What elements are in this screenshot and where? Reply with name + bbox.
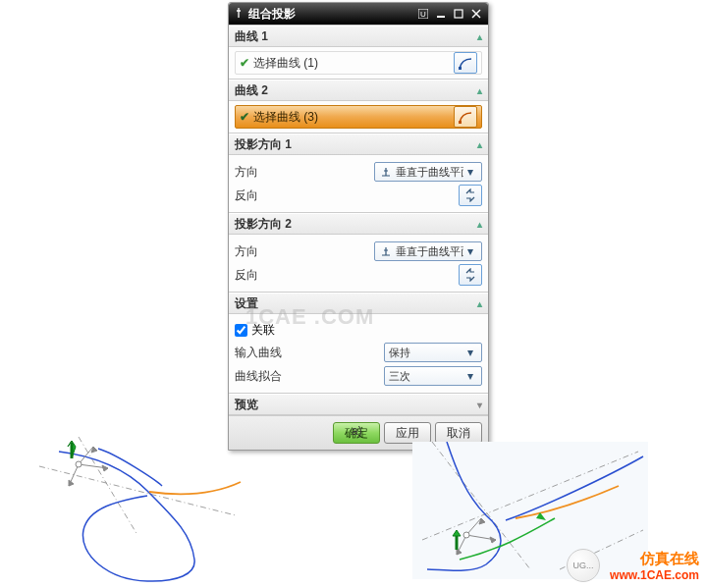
page-watermark: UG... 仿真在线 www.1CAE.com: [567, 549, 699, 582]
select-curve1-row[interactable]: ✔ 选择曲线 (1): [235, 51, 482, 75]
curve-picker-icon[interactable]: [454, 52, 477, 74]
chevron-down-icon: ▾: [463, 346, 477, 359]
chevron-down-icon: ▾: [463, 369, 477, 383]
expand-icon: ▴: [477, 139, 482, 150]
figure-a-label: a): [352, 424, 362, 438]
svg-rect-3: [455, 10, 462, 18]
direction2-combo[interactable]: 垂直于曲线平面 ▾: [374, 241, 482, 261]
combined-projection-dialog: 组合投影 U 曲线 1 ▴ ✔ 选择曲线 (1): [228, 2, 489, 451]
section-settings-title: 设置: [235, 295, 258, 312]
expand-icon: ▴: [477, 85, 482, 96]
watermark-logo-icon: UG...: [567, 549, 600, 582]
svg-rect-7: [459, 121, 462, 124]
reverse1-button[interactable]: [459, 185, 482, 206]
pin-icon[interactable]: [233, 7, 245, 22]
minimize-button[interactable]: [433, 7, 449, 21]
perpendicular-icon: [379, 166, 393, 178]
reverse2-row: 反向: [235, 264, 482, 286]
section-preview-header[interactable]: 预览 ▾: [229, 394, 488, 415]
svg-rect-6: [459, 67, 462, 70]
svg-point-10: [76, 461, 82, 467]
maximize-button[interactable]: [451, 7, 466, 21]
assoc-label: 关联: [251, 322, 275, 339]
assoc-row: 关联: [235, 320, 482, 340]
section-curve1-header[interactable]: 曲线 1 ▴: [229, 26, 488, 47]
input-curve-combo[interactable]: 保持 ▾: [384, 343, 482, 362]
perpendicular-icon: [379, 245, 393, 257]
watermark-line2: www.1CAE.com: [610, 568, 699, 582]
section-settings-header[interactable]: 设置 ▴: [229, 293, 488, 314]
direction1-combo[interactable]: 垂直于曲线平面 ▾: [374, 162, 482, 182]
section-curve1-body: ✔ 选择曲线 (1): [229, 47, 488, 80]
reverse1-row: 反向: [235, 185, 482, 206]
section-curve2-body: ✔ 选择曲线 (3): [229, 101, 488, 134]
curve-fit-value: 三次: [389, 369, 463, 384]
section-projdir1-title: 投影方向 1: [235, 136, 292, 153]
window-title: 组合投影: [248, 6, 413, 23]
section-curve2-title: 曲线 2: [235, 82, 268, 99]
watermark-line1: 仿真在线: [610, 550, 699, 568]
section-projdir2-header[interactable]: 投影方向 2 ▴: [229, 213, 488, 235]
svg-line-8: [39, 466, 236, 515]
section-projdir2-title: 投影方向 2: [235, 216, 292, 233]
section-projdir1-body: 方向 垂直于曲线平面 ▾ 反向: [229, 155, 488, 213]
assoc-checkbox[interactable]: [235, 324, 247, 337]
curve-fit-label: 曲线拟合: [235, 368, 384, 385]
expand-icon: ▾: [477, 400, 482, 410]
section-projdir1-header[interactable]: 投影方向 1 ▴: [229, 134, 488, 155]
expand-icon: ▴: [477, 219, 482, 230]
direction1-label: 方向: [235, 164, 374, 181]
titlebar[interactable]: 组合投影 U: [229, 3, 488, 25]
curve-fit-combo[interactable]: 三次 ▾: [384, 366, 482, 386]
left-sketch-illustration: [39, 437, 334, 584]
reverse2-label: 反向: [235, 267, 459, 284]
input-curve-value: 保持: [389, 346, 463, 360]
check-icon: ✔: [240, 56, 249, 70]
direction2-value: 垂直于曲线平面: [396, 244, 463, 259]
svg-point-16: [463, 532, 469, 538]
select-curve1-label: 选择曲线 (1): [253, 55, 454, 72]
check-icon: ✔: [240, 110, 249, 124]
section-settings-body: 关联 输入曲线 保持 ▾ 曲线拟合 三次 ▾: [229, 314, 488, 394]
curve-picker-icon[interactable]: [454, 106, 477, 128]
direction1-value: 垂直于曲线平面: [396, 165, 463, 180]
direction2-label: 方向: [235, 243, 374, 260]
dialog-body: 曲线 1 ▴ ✔ 选择曲线 (1) 曲线 2 ▴ ✔ 选择曲线 (3): [229, 25, 488, 450]
close-button[interactable]: [468, 7, 484, 21]
expand-icon: ▴: [477, 298, 482, 309]
section-curve2-header[interactable]: 曲线 2 ▴: [229, 80, 488, 101]
input-curve-label: 输入曲线: [235, 345, 384, 361]
input-curve-row: 输入曲线 保持 ▾: [235, 342, 482, 363]
direction1-row: 方向 垂直于曲线平面 ▾: [235, 161, 482, 183]
chevron-down-icon: ▾: [463, 244, 477, 258]
svg-text:U: U: [420, 10, 426, 19]
section-curve1-title: 曲线 1: [235, 28, 268, 45]
section-preview-title: 预览: [235, 397, 258, 413]
select-curve2-row[interactable]: ✔ 选择曲线 (3): [235, 105, 482, 129]
select-curve2-label: 选择曲线 (3): [253, 109, 454, 126]
reverse1-label: 反向: [235, 187, 459, 204]
help-icon[interactable]: U: [415, 7, 431, 21]
expand-icon: ▴: [477, 31, 482, 42]
apply-button[interactable]: 应用: [384, 422, 431, 444]
curve-fit-row: 曲线拟合 三次 ▾: [235, 365, 482, 387]
direction2-row: 方向 垂直于曲线平面 ▾: [235, 241, 482, 262]
reverse2-button[interactable]: [459, 264, 482, 286]
section-projdir2-body: 方向 垂直于曲线平面 ▾ 反向: [229, 235, 488, 293]
chevron-down-icon: ▾: [463, 165, 477, 179]
cancel-button[interactable]: 取消: [435, 422, 482, 444]
